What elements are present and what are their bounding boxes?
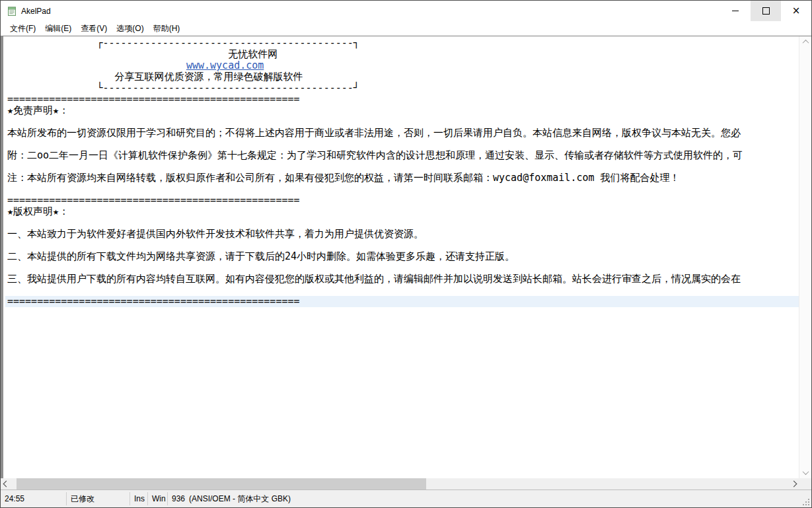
website-link[interactable]: www.wycad.com xyxy=(186,59,264,71)
horizontal-scrollbar[interactable] xyxy=(1,478,799,490)
titlebar: AkelPad × xyxy=(1,1,811,21)
close-icon: × xyxy=(792,6,801,16)
text-line: ========================================… xyxy=(7,94,799,105)
akelpad-app-icon xyxy=(7,6,17,17)
scroll-left-button[interactable] xyxy=(1,478,12,490)
text-line xyxy=(7,217,799,229)
menu-options[interactable]: 选项(O) xyxy=(112,21,148,36)
chevron-right-icon xyxy=(791,481,797,488)
text-line: 附：二oo二年一月一日《计算机软件保护条例》第十七条规定：为了学习和研究软件内含… xyxy=(7,150,799,161)
text-line: 三、我站提供用户下载的所有内容均转自互联网。如有内容侵犯您的版权或其他利益的，请… xyxy=(7,273,799,285)
maximize-icon xyxy=(762,7,770,15)
text-line: 注：本站所有资源均来自网络转载，版权归原作者和公司所有，如果有侵犯到您的权益，请… xyxy=(7,172,799,184)
text-line: 无忧软件网 xyxy=(7,49,799,60)
text-line: ========================================… xyxy=(5,296,799,307)
text-line xyxy=(7,184,799,195)
text-line: ┌---------------------------------------… xyxy=(7,38,799,49)
caption-buttons: × xyxy=(720,1,811,21)
menu-view[interactable]: 查看(V) xyxy=(76,21,112,36)
newline-format-indicator: Win xyxy=(148,490,167,507)
text-line xyxy=(7,116,799,127)
encoding-indicator: (ANSI/OEM - 简体中文 GBK) xyxy=(185,490,811,507)
hscroll-thumb[interactable] xyxy=(17,478,426,490)
scrollbar-corner xyxy=(799,478,811,490)
akelpad-window: AkelPad × 文件(F) 编辑(E) 查看(V) 选项(O) 帮助(H) … xyxy=(0,0,812,508)
scroll-up-button[interactable] xyxy=(799,36,811,48)
window-title: AkelPad xyxy=(21,7,51,16)
menu-help[interactable]: 帮助(H) xyxy=(149,21,185,36)
resize-grip[interactable] xyxy=(801,497,809,505)
codepage-indicator: 936 xyxy=(168,490,185,507)
scroll-right-button[interactable] xyxy=(788,478,799,490)
minimize-icon xyxy=(732,11,739,11)
client-area: ┌---------------------------------------… xyxy=(1,36,811,478)
hscroll-row xyxy=(1,478,811,490)
status-bar: 24:55 已修改 Ins Win 936 (ANSI/OEM - 简体中文 G… xyxy=(1,490,811,507)
text-line: ★版权声明★： xyxy=(7,206,799,217)
text-line xyxy=(7,240,799,251)
minimize-button[interactable] xyxy=(720,1,751,21)
text-line: ========================================… xyxy=(7,195,799,206)
text-line: 本站所发布的一切资源仅限用于学习和研究目的；不得将上述内容用于商业或者非法用途，… xyxy=(7,127,799,139)
text-line xyxy=(7,139,799,150)
scroll-down-button[interactable] xyxy=(799,467,811,478)
text-line: 分享互联网优质资源，常用绿色破解版软件 xyxy=(7,71,799,83)
text-line xyxy=(7,161,799,172)
maximize-button[interactable] xyxy=(751,1,781,21)
text-editor[interactable]: ┌---------------------------------------… xyxy=(3,36,799,478)
chevron-up-icon xyxy=(802,40,809,46)
close-button[interactable]: × xyxy=(781,1,811,21)
hscroll-track[interactable] xyxy=(12,478,788,490)
text-line: └---------------------------------------… xyxy=(7,83,799,94)
insert-mode-indicator: Ins xyxy=(130,490,147,507)
menu-edit[interactable]: 编辑(E) xyxy=(40,21,76,36)
text-line xyxy=(7,285,799,296)
menu-bar: 文件(F) 编辑(E) 查看(V) 选项(O) 帮助(H) xyxy=(1,21,811,36)
chevron-down-icon xyxy=(802,468,809,475)
text-line xyxy=(7,262,799,273)
text-lines: ┌---------------------------------------… xyxy=(3,36,799,307)
vertical-scrollbar[interactable] xyxy=(799,36,811,478)
menu-file[interactable]: 文件(F) xyxy=(5,21,40,36)
modified-indicator: 已修改 xyxy=(67,490,129,507)
text-line: 二、本站提供的所有下载文件均为网络共享资源，请于下载后的24小时内删除。如需体验… xyxy=(7,251,799,262)
chevron-left-icon xyxy=(3,481,10,488)
text-line: 一、本站致力于为软件爱好者提供国内外软件开发技术和软件共享，着力为用户提供优资资… xyxy=(7,229,799,240)
text-line: ★免责声明★： xyxy=(7,105,799,116)
caret-position: 24:55 xyxy=(1,490,66,507)
text-line: www.wycad.com xyxy=(7,60,799,71)
